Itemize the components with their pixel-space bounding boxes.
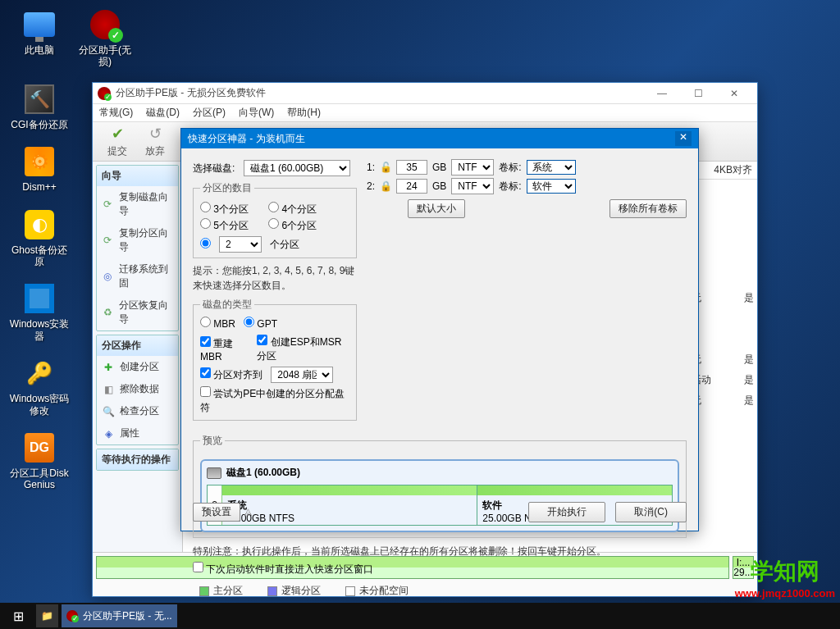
col-4kb[interactable]: 4KB对齐: [714, 163, 752, 177]
desktop-icon-pc[interactable]: 此电脑: [8, 8, 71, 68]
partition-row-2: 2: 🔒 GB NTFS 卷标: 软件: [367, 178, 687, 194]
close-button[interactable]: ✕: [716, 84, 752, 103]
toolbar-discard[interactable]: ↺放弃: [137, 123, 173, 160]
table-row[interactable]: 无是: [692, 288, 754, 308]
legend-logical-swatch: [267, 586, 277, 596]
sidebar-create[interactable]: ✚创建分区: [97, 356, 178, 378]
select-disk-dropdown[interactable]: 磁盘1 (60.00GB): [244, 160, 350, 176]
maximize-button[interactable]: ☐: [680, 84, 716, 103]
props-icon: ◈: [102, 427, 115, 440]
desktop-icon-wininst[interactable]: Windows安装器: [8, 282, 71, 342]
dialog-titlebar[interactable]: 快速分区神器 - 为装机而生 ✕: [181, 129, 698, 148]
radio-gpt[interactable]: GPT: [244, 317, 277, 330]
desktop-icon-pa[interactable]: 分区助手(无损): [74, 8, 136, 68]
dialog-title: 快速分区神器 - 为装机而生: [188, 132, 305, 146]
pc-icon: [24, 12, 55, 37]
label-input-1[interactable]: 系统: [527, 160, 576, 175]
copy-icon: ⟳: [102, 234, 114, 247]
app-titlebar[interactable]: 分区助手PE版 - 无损分区免费软件 ― ☐ ✕: [93, 83, 757, 104]
hammer-icon: [25, 84, 54, 114]
toolbar-commit[interactable]: ✔提交: [99, 123, 135, 160]
check-pe-assign[interactable]: 尝试为PE中创建的分区分配盘符: [200, 386, 349, 415]
recover-icon: ♻: [102, 306, 114, 319]
quick-partition-dialog: 快速分区神器 - 为装机而生 ✕ 选择磁盘: 磁盘1 (60.00GB) 分区的…: [180, 128, 699, 531]
default-size-button[interactable]: 默认大小: [408, 199, 465, 218]
sidebar-migrate[interactable]: ◎迁移系统到固: [97, 258, 178, 294]
preview-disk-name: 磁盘1 (60.00GB): [226, 466, 300, 480]
fs-select-2[interactable]: NTFS: [451, 178, 494, 194]
disk-icon: [207, 467, 221, 479]
radio-4[interactable]: 4个分区: [268, 202, 317, 217]
lock-icon[interactable]: 🔒: [380, 180, 391, 192]
chevron-up-icon[interactable]: ⩓: [244, 507, 253, 518]
radio-custom[interactable]: [200, 238, 211, 251]
windows-icon: [25, 284, 54, 313]
menu-general[interactable]: 常规(G): [99, 106, 133, 120]
preset-button[interactable]: 预设置: [193, 503, 240, 522]
select-disk-label: 选择磁盘:: [193, 162, 239, 175]
start-button[interactable]: ⊞: [3, 604, 33, 627]
sidebar-props[interactable]: ◈属性: [97, 422, 178, 444]
diskgenius-icon: DG: [25, 433, 54, 463]
minimize-button[interactable]: ―: [644, 84, 680, 103]
partition-count-group: 分区的数目 3个分区 4个分区 5个分区 6个分区 2 个分区: [193, 181, 357, 258]
app-icon: [66, 610, 78, 622]
lock-icon[interactable]: 🔓: [380, 162, 391, 173]
sidebar: 向导 ⟳复制磁盘向导 ⟳复制分区向导 ◎迁移系统到固 ♻分区恢复向导 分区操作 …: [93, 162, 183, 552]
check-auto-open[interactable]: 下次启动软件时直接进入快速分区窗口: [193, 563, 373, 575]
label-input-2[interactable]: 软件: [527, 179, 576, 194]
fs-select-1[interactable]: NTFS: [451, 159, 494, 175]
menu-disk[interactable]: 磁盘(D): [146, 106, 180, 120]
table-row[interactable]: 活动是: [692, 370, 754, 390]
check-rebuild-mbr[interactable]: 重建MBR: [200, 336, 249, 362]
legend: 主分区 逻辑分区 未分配空间: [93, 582, 757, 599]
disk-type-group: 磁盘的类型 MBR GPT 重建MBR 创建ESP和MSR分区 分区对齐到 20…: [193, 298, 357, 421]
check-align[interactable]: 分区对齐到: [200, 367, 262, 382]
taskbar: ⊞ 📁 分区助手PE版 - 无...: [0, 603, 840, 629]
sidebar-recover[interactable]: ♻分区恢复向导: [97, 294, 178, 330]
sidebar-wipe[interactable]: ◧擦除数据: [97, 378, 178, 400]
table-row[interactable]: 无是: [692, 349, 754, 370]
radio-mbr[interactable]: MBR: [200, 317, 235, 330]
taskbar-active-app[interactable]: 分区助手PE版 - 无...: [62, 604, 177, 627]
sidebar-check[interactable]: 🔍检查分区: [97, 400, 178, 422]
size-input-2[interactable]: [396, 179, 427, 194]
radio-6[interactable]: 6个分区: [268, 218, 317, 233]
shield-icon: [90, 10, 120, 39]
desktop-icon-dism[interactable]: Dism++: [8, 145, 71, 193]
warning-text: 特别注意：执行此操作后，当前所选磁盘上已经存在的所有分区将被删除！按回车键开始分…: [193, 545, 687, 558]
ghost-icon: ◐: [25, 210, 54, 239]
table-row[interactable]: 无是: [692, 390, 754, 411]
desktop-icon-winpwd[interactable]: 🔑Windows密码修改: [8, 357, 71, 417]
custom-count-select[interactable]: 2: [219, 236, 262, 253]
legend-unalloc-swatch: [345, 586, 355, 596]
gear-icon: [25, 147, 54, 176]
menu-wizard[interactable]: 向导(W): [239, 106, 274, 120]
size-input-1[interactable]: [396, 160, 427, 175]
sidebar-copy-part[interactable]: ⟳复制分区向导: [97, 222, 178, 258]
legend-primary-swatch: [199, 586, 209, 596]
copy-icon: ⟳: [102, 198, 114, 211]
radio-5[interactable]: 5个分区: [200, 218, 249, 233]
taskbar-explorer[interactable]: 📁: [36, 604, 58, 627]
check-esp[interactable]: 创建ESP和MSR分区: [257, 335, 349, 363]
align-value[interactable]: 2048 扇区: [271, 367, 333, 383]
desktop-icon-ghost[interactable]: ◐Ghost备份还原: [8, 208, 71, 268]
cancel-button[interactable]: 取消(C): [615, 502, 687, 522]
app-menubar: 常规(G) 磁盘(D) 分区(P) 向导(W) 帮助(H): [93, 104, 757, 122]
menu-partition[interactable]: 分区(P): [193, 106, 226, 120]
radio-3[interactable]: 3个分区: [200, 202, 249, 217]
clear-labels-button[interactable]: 移除所有卷标: [609, 199, 687, 218]
sidebar-copy-disk[interactable]: ⟳复制磁盘向导: [97, 186, 178, 222]
app-icon: [98, 87, 111, 100]
watermark: 学知网 www.jmqz1000.com: [735, 556, 835, 599]
desktop-icon-cgi[interactable]: CGI备份还原: [8, 83, 71, 130]
dialog-close-button[interactable]: ✕: [675, 131, 692, 146]
start-button[interactable]: 开始执行: [528, 502, 605, 522]
sidebar-group-pending: 等待执行的操作: [97, 449, 178, 470]
desktop-icon-dg[interactable]: DG分区工具DiskGenius: [8, 431, 71, 491]
menu-help[interactable]: 帮助(H): [287, 106, 321, 120]
hint-text: 提示：您能按1, 2, 3, 4, 5, 6, 7, 8, 9键来快速选择分区数…: [193, 263, 357, 293]
check-icon: ✔: [112, 125, 124, 143]
search-icon: 🔍: [102, 405, 115, 418]
